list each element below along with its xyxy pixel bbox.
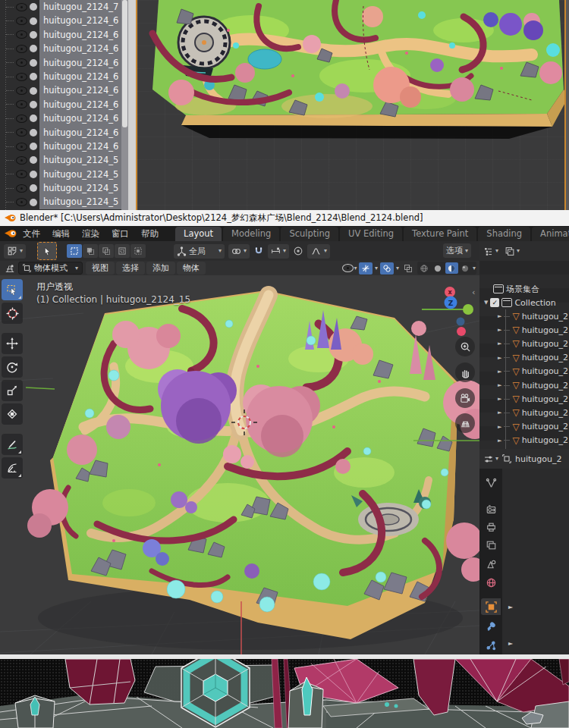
shading-solid-button[interactable]: [432, 262, 445, 274]
tool-transform[interactable]: [2, 403, 23, 425]
object-row[interactable]: ► ▽ huitugou_2: [479, 378, 569, 392]
tab-output[interactable]: [481, 519, 501, 535]
visibility-eye-icon[interactable]: [16, 30, 27, 39]
visibility-eye-icon[interactable]: [16, 45, 27, 53]
xray-toggle[interactable]: [401, 262, 415, 275]
tab-tool[interactable]: [481, 475, 501, 491]
zoom-button[interactable]: [455, 337, 475, 356]
top-3d-viewport[interactable]: [137, 0, 569, 210]
menu-item[interactable]: 帮助: [135, 226, 165, 241]
tool-scale[interactable]: [2, 380, 23, 401]
viewport-menu-item[interactable]: 选择: [116, 262, 145, 275]
outliner-row[interactable]: huitugou_2124_6: [0, 56, 121, 70]
snap-with-dropdown[interactable]: ▾: [268, 244, 289, 259]
outliner-row[interactable]: huitugou_2124_5: [0, 195, 121, 209]
tool-measure[interactable]: [2, 457, 23, 479]
tab-view-layer[interactable]: [481, 537, 501, 554]
selectability-dot-icon[interactable]: [30, 199, 37, 206]
tab-world[interactable]: [481, 574, 501, 591]
selectability-dot-icon[interactable]: [30, 73, 37, 80]
outliner-row[interactable]: huitugou_2124_6: [0, 14, 121, 27]
object-name-label[interactable]: huitugou_2124_6: [39, 98, 121, 111]
selectability-dot-icon[interactable]: [30, 171, 37, 178]
overlays-toggle[interactable]: [380, 262, 394, 275]
blender-app-icon[interactable]: [5, 229, 17, 238]
outliner-row[interactable]: huitugou_2124_6: [0, 83, 121, 97]
visibility-eye-icon[interactable]: [16, 58, 27, 67]
scrollbar-thumb[interactable]: [122, 0, 127, 127]
snap-pair-dropdown[interactable]: ▾: [228, 244, 250, 259]
visibility-eye-icon[interactable]: [16, 73, 27, 81]
viewport-editor-type-button[interactable]: [3, 262, 17, 275]
camera-view-button[interactable]: [455, 388, 475, 408]
workspace-tab[interactable]: Animation: [532, 227, 569, 241]
mode-dropdown[interactable]: 物体模式 ▾: [18, 262, 83, 275]
options-dropdown[interactable]: 选项 ▾: [443, 243, 471, 258]
viewport-menu-item[interactable]: 视图: [86, 262, 115, 275]
tool-rotate[interactable]: [2, 356, 23, 378]
visibility-eye-icon[interactable]: [16, 100, 27, 108]
collapse-caret-icon[interactable]: ►: [498, 424, 501, 430]
object-row[interactable]: ► ▽ huitugou_2: [479, 309, 569, 323]
panel-expand-arrow[interactable]: ►: [508, 604, 513, 610]
perspective-toggle-button[interactable]: [455, 413, 475, 433]
menu-item[interactable]: 窗口: [105, 226, 135, 241]
collection-row[interactable]: ▼ ✓ Collection: [479, 296, 569, 309]
tab-scene[interactable]: [481, 556, 501, 573]
object-row[interactable]: ► ▽ huitugou_2: [479, 323, 569, 337]
scene-collection-row[interactable]: 场景集合: [479, 282, 569, 296]
outliner-row[interactable]: huitugou_2124_6: [0, 140, 121, 153]
object-name-label[interactable]: huitugou_2124_6: [39, 42, 121, 55]
tab-modifiers[interactable]: [481, 618, 501, 635]
collapse-caret-icon[interactable]: ►: [498, 313, 501, 319]
selectability-dot-icon[interactable]: [30, 156, 37, 164]
outliner-row[interactable]: huitugou_2124_5: [0, 153, 121, 167]
select-mode-subtract-button[interactable]: [99, 244, 114, 258]
tool-select-box[interactable]: [2, 279, 23, 300]
workspace-tab[interactable]: Shading: [478, 227, 530, 241]
gizmos-toggle[interactable]: [359, 262, 373, 275]
outliner-row[interactable]: huitugou_2124_7: [0, 0, 121, 14]
workspace-tab[interactable]: Sculpting: [281, 227, 338, 241]
visibility-eye-icon[interactable]: [16, 3, 27, 11]
workspace-tab[interactable]: Modeling: [223, 227, 279, 241]
editor-type-button[interactable]: ▾: [4, 244, 26, 259]
collapse-caret-icon[interactable]: ►: [498, 355, 501, 361]
object-row[interactable]: ► ▽ huitugou_2: [479, 351, 569, 365]
object-name-label[interactable]: huitugou_2124_6: [39, 28, 121, 42]
scrollbar[interactable]: [121, 0, 128, 210]
tab-physics[interactable]: [481, 637, 501, 654]
collapse-caret-icon[interactable]: ►: [498, 327, 501, 333]
viewport-menu-item[interactable]: 添加: [146, 262, 175, 275]
object-row[interactable]: ► ▽ huitugou_2: [479, 365, 569, 378]
workspace-tab[interactable]: Texture Paint: [404, 227, 476, 241]
tool-cursor[interactable]: [2, 303, 23, 324]
object-name-label[interactable]: huitugou_2124_6: [39, 111, 121, 125]
panel-expand-arrow[interactable]: ►: [508, 640, 513, 647]
proportional-editing-icon[interactable]: [293, 246, 303, 256]
shading-wireframe-button[interactable]: [418, 262, 431, 274]
object-name-label[interactable]: huitugou_2124_5: [39, 181, 121, 195]
outliner-row[interactable]: huitugou_2124_6: [0, 98, 121, 111]
visibility-eye-icon[interactable]: [16, 17, 27, 25]
selectability-dot-icon[interactable]: [30, 3, 37, 11]
visibility-eye-icon[interactable]: [16, 143, 27, 151]
main-3d-viewport[interactable]: x Z 用户透视 (1) Collection | huitugou_2124_…: [0, 275, 479, 654]
outliner-editor-type-button[interactable]: ▾: [483, 246, 498, 256]
tool-move[interactable]: [2, 333, 23, 354]
object-row[interactable]: ► ▽ huitugou_2: [479, 420, 569, 434]
object-name-label[interactable]: huitugou_2124_6: [39, 70, 121, 83]
tab-render[interactable]: [481, 501, 501, 518]
window-titlebar[interactable]: Blender* [C:\Users\Administrator\Desktop…: [0, 210, 569, 226]
object-name-label[interactable]: huitugou_2124_5: [39, 168, 121, 181]
object-name-label[interactable]: huitugou_2124_6: [39, 83, 121, 97]
expand-caret-icon[interactable]: ▼: [484, 300, 488, 306]
selectability-dot-icon[interactable]: [30, 45, 37, 52]
object-name-label[interactable]: huitugou_2124_6: [39, 140, 121, 153]
object-name-label[interactable]: huitugou_2124_6: [39, 126, 121, 140]
sidebar-collapse-arrow[interactable]: ‹: [472, 287, 475, 297]
shading-rendered-button[interactable]: [459, 262, 472, 274]
selectability-dot-icon[interactable]: [30, 143, 37, 150]
collapse-caret-icon[interactable]: ►: [498, 369, 501, 375]
selectability-dot-icon[interactable]: [30, 31, 37, 39]
